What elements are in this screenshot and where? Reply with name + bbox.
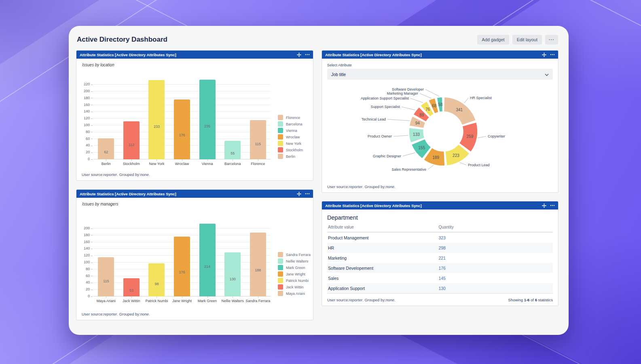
more-actions-button[interactable]: ··· xyxy=(545,35,558,44)
legend-label: Barcelona xyxy=(286,122,303,126)
bar-stockholm[interactable]: 112 xyxy=(123,121,140,159)
dashboard-header: Active Directory Dashboard Add gadget Ed… xyxy=(77,35,558,44)
bar-barcelona[interactable]: 55 xyxy=(224,141,241,159)
gadget-title: Attribute Statistics [Active Directory A… xyxy=(325,203,422,208)
table-row: Marketing221 xyxy=(327,253,553,263)
bar-wroclaw[interactable]: 176 xyxy=(174,99,190,159)
attribute-select[interactable]: Job title xyxy=(327,69,553,80)
move-icon[interactable] xyxy=(542,203,546,208)
donut-slice-value: 155 xyxy=(418,146,425,150)
legend-swatch xyxy=(278,258,283,264)
legend-swatch xyxy=(278,141,283,146)
legend-swatch xyxy=(278,265,283,270)
legend-swatch xyxy=(278,147,283,152)
cell-attribute-value: Software Developement xyxy=(327,263,438,273)
leader-line xyxy=(428,165,434,169)
more-icon[interactable] xyxy=(305,54,310,55)
legend-item: Sandra Ferrara xyxy=(278,252,311,257)
y-axis-tick: 120 xyxy=(84,116,90,120)
gadget-issues-by-location: Attribute Statistics [Active Directory A… xyxy=(76,50,313,181)
y-axis-tick: 20 xyxy=(86,287,90,291)
bar-column: 112 xyxy=(119,121,144,159)
bar-value: 55 xyxy=(224,151,241,155)
y-axis-tick: 200 xyxy=(84,226,90,230)
edit-layout-button[interactable]: Edit layout xyxy=(512,35,542,44)
legend-item: Vienna xyxy=(278,128,303,133)
gadget-title: Attribute Statistics [Active Directory A… xyxy=(80,53,176,57)
gadget-header-icons xyxy=(542,203,555,208)
move-icon[interactable] xyxy=(297,192,301,196)
donut-label: Product Owner xyxy=(368,134,392,138)
move-icon[interactable] xyxy=(542,53,546,57)
bar-column: 188 xyxy=(245,233,271,296)
legend-swatch xyxy=(278,121,283,127)
quantity-link[interactable]: 145 xyxy=(438,276,446,281)
quantity-link[interactable]: 323 xyxy=(438,235,446,240)
bar-mark-green[interactable]: 214 xyxy=(199,224,216,296)
donut-label: Application Support Specialist xyxy=(361,96,409,100)
donut-slice-value: 341 xyxy=(456,108,463,112)
y-axis-tick: 200 xyxy=(84,89,90,93)
table-heading: Department xyxy=(327,214,553,221)
quantity-link[interactable]: 221 xyxy=(438,256,446,260)
bar-new-york[interactable]: 233 xyxy=(148,80,165,159)
legend-item: Jack Wittin xyxy=(278,284,311,290)
bar-sandra-ferrara[interactable]: 188 xyxy=(250,233,266,296)
table-row: Sales145 xyxy=(327,273,553,283)
bar-column: 115 xyxy=(245,120,271,159)
pagination-summary: Showing 1-6 of 6 statistics xyxy=(508,298,553,302)
bar-value: 130 xyxy=(224,277,241,281)
more-icon[interactable] xyxy=(550,54,555,55)
legend-swatch xyxy=(278,154,283,159)
x-axis-label: Stockholm xyxy=(119,162,144,166)
bar-value: 115 xyxy=(98,279,114,283)
y-axis-tick: 40 xyxy=(86,280,90,284)
leader-line xyxy=(464,98,468,103)
gadget-header-icons xyxy=(297,53,310,57)
legend-item: Mark Green xyxy=(278,265,311,270)
bar-patrick-numbi[interactable]: 98 xyxy=(148,263,165,296)
legend-label: Jane Wright xyxy=(286,272,305,276)
chart-main: 020406080100120140160180200 115539817621… xyxy=(79,218,271,303)
y-axis-tick: 80 xyxy=(86,130,90,134)
bar-florence[interactable]: 115 xyxy=(250,120,266,159)
chart-legend: Sandra FerraraNellie WaltersMark GreenJa… xyxy=(278,251,311,297)
select-attribute-label: Select Attribute xyxy=(327,63,558,67)
gadget-header: Attribute Statistics [Active Directory A… xyxy=(76,51,313,59)
quantity-link[interactable]: 298 xyxy=(438,245,446,250)
bar-value: 235 xyxy=(199,124,216,128)
quantity-link[interactable]: 176 xyxy=(438,266,446,271)
gadget-title: Attribute Statistics [Active Directory A… xyxy=(80,192,176,196)
x-axis-label: New York xyxy=(144,162,169,166)
bar-vienna[interactable]: 235 xyxy=(199,80,216,159)
bar-berlin[interactable]: 62 xyxy=(98,138,114,159)
bar-jane-wright[interactable]: 176 xyxy=(174,237,190,296)
bar-value: 62 xyxy=(98,150,114,154)
cell-attribute-value: Sales xyxy=(327,273,438,283)
legend-label: Sandra Ferrara xyxy=(286,253,311,257)
legend-swatch xyxy=(278,134,283,140)
move-icon[interactable] xyxy=(297,53,301,57)
legend-item: Florence xyxy=(278,115,303,120)
x-axis-label: Patrick Numbi xyxy=(144,299,169,303)
quantity-link[interactable]: 130 xyxy=(438,286,446,291)
bar-jack-wittin[interactable]: 53 xyxy=(123,278,140,296)
bar-value: 188 xyxy=(250,268,266,272)
bar-nellie-walters[interactable]: 130 xyxy=(224,252,241,296)
leader-line xyxy=(460,163,466,165)
bar-maya-ariani[interactable]: 115 xyxy=(98,257,114,296)
donut-label: Marketing Manager xyxy=(387,91,418,95)
x-axis-label: Sandra Ferrara xyxy=(245,299,271,303)
cell-quantity: 145 xyxy=(438,273,553,283)
more-icon[interactable] xyxy=(550,205,555,206)
legend-label: Berlin xyxy=(286,154,295,159)
gadget-header-icons xyxy=(542,53,555,57)
cell-attribute-value: Product Management xyxy=(327,232,438,243)
gadget-header: Attribute Statistics [Active Directory A… xyxy=(76,190,313,198)
add-gadget-button[interactable]: Add gadget xyxy=(477,35,509,44)
donut-label: Sales Representative xyxy=(391,167,426,171)
more-icon[interactable] xyxy=(305,193,310,195)
bar-column: 176 xyxy=(169,99,195,159)
table-row: Product Management323 xyxy=(327,232,553,243)
attribute-table: Attribute value Quantity Product Managem… xyxy=(327,224,553,294)
